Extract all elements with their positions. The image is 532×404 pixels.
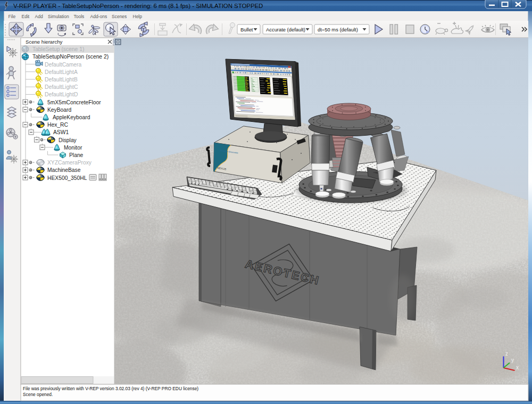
svg-text:z: z: [505, 351, 508, 357]
svg-text:Help: Help: [133, 14, 143, 19]
svg-text:DefaultLightB: DefaultLightB: [45, 77, 78, 83]
svg-text:Tools: Tools: [74, 14, 85, 19]
svg-text:V-REP PLAYER - TableSetupNoPer: V-REP PLAYER - TableSetupNoPerson - rend…: [13, 3, 263, 9]
svg-text:Add-ons: Add-ons: [90, 14, 107, 19]
svg-text:Monitor: Monitor: [64, 145, 82, 151]
svg-text:Bullet: Bullet: [240, 27, 253, 32]
svg-text:Plane: Plane: [69, 152, 84, 158]
svg-text:DefaultLightD: DefaultLightD: [45, 92, 78, 97]
svg-text:5mX5mConcreteFloor: 5mX5mConcreteFloor: [47, 100, 101, 105]
svg-text:Edit: Edit: [22, 14, 30, 19]
svg-text:y: y: [511, 357, 514, 363]
svg-text:dt=50 ms (default): dt=50 ms (default): [318, 27, 358, 32]
svg-text:Scenes: Scenes: [112, 14, 127, 19]
svg-text:Scene hierarchy: Scene hierarchy: [26, 39, 63, 45]
svg-text:Hex_RC: Hex_RC: [47, 122, 68, 128]
svg-text:ASW1: ASW1: [53, 129, 69, 135]
svg-text:TableSetup (scene 1): TableSetup (scene 1): [32, 46, 84, 52]
svg-text:DefaultCamera: DefaultCamera: [45, 62, 82, 68]
svg-text:File: File: [9, 14, 16, 19]
svg-text:Scene opened.: Scene opened.: [23, 392, 53, 397]
svg-text:DefaultLightA: DefaultLightA: [45, 69, 78, 75]
svg-text:x: x: [516, 365, 519, 370]
svg-text:Add: Add: [35, 14, 43, 19]
svg-text:AppleKeyboard: AppleKeyboard: [53, 114, 90, 120]
svg-text:KeyBoard: KeyBoard: [47, 107, 71, 113]
svg-text:Accurate (default): Accurate (default): [266, 27, 305, 32]
svg-text:File was previously written wi: File was previously written with V-REP v…: [23, 386, 198, 391]
svg-text:XYZCameraProxy: XYZCameraProxy: [47, 160, 92, 166]
svg-text:HEX500_350HL: HEX500_350HL: [47, 175, 87, 181]
svg-text:Simulation: Simulation: [48, 14, 69, 19]
svg-text:MachineBase: MachineBase: [47, 167, 81, 173]
svg-text:Display: Display: [59, 137, 77, 143]
svg-text:DefaultLightC: DefaultLightC: [45, 84, 78, 90]
svg-text:TableSetupNoPerson (scene 2): TableSetupNoPerson (scene 2): [32, 54, 109, 60]
